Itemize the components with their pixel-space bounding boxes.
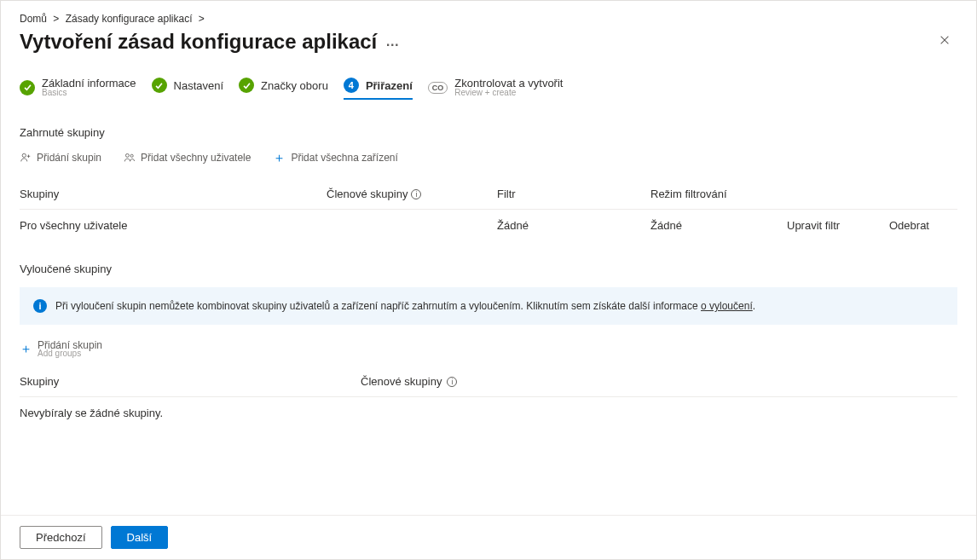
page-title-text: Vytvoření zásad konfigurace aplikací xyxy=(20,30,377,54)
add-groups-button[interactable]: Přidání skupin xyxy=(20,152,101,164)
step-settings-label: Nastavení xyxy=(174,79,224,92)
add-all-devices-label: Přidat všechna zařízení xyxy=(291,152,397,164)
col-members-label: Členové skupiny xyxy=(327,188,408,200)
table-row: Pro všechny uživatele Žádné Žádné Upravi… xyxy=(20,210,957,240)
col-groups[interactable]: Skupiny xyxy=(20,188,327,200)
included-toolbar: Přidání skupin Přidat všechny uživatele … xyxy=(20,151,957,164)
exclusion-info-msg: Při vyloučení skupin nemůžete kombinovat… xyxy=(55,300,701,312)
svg-point-6 xyxy=(130,154,133,157)
cell-filter: Žádné xyxy=(497,219,650,232)
included-groups-heading: Zahrnuté skupiny xyxy=(20,126,957,139)
plus-icon: ＋ xyxy=(273,151,286,164)
step-scope-tags[interactable]: Značky oboru xyxy=(239,78,328,98)
page-title: Vytvoření zásad konfigurace aplikací … xyxy=(20,30,400,54)
col-filter[interactable]: Filtr xyxy=(497,188,650,200)
user-add-icon xyxy=(20,152,32,164)
add-all-users-label: Přidat všechny uživatele xyxy=(141,152,251,164)
exclusion-info-link[interactable]: o vyloučení xyxy=(701,300,753,312)
excluded-groups-table: Skupiny Členové skupiny i Nevybíraly se … xyxy=(20,367,957,428)
step-number-icon: 4 xyxy=(344,78,359,93)
step-basics-sub: Basics xyxy=(42,88,136,97)
info-icon[interactable]: i xyxy=(447,377,457,387)
excluded-empty-text: Nevybíraly se žádné skupiny. xyxy=(20,407,361,419)
exclusion-info-banner: i Při vyloučení skupin nemůžete kombinov… xyxy=(20,287,957,325)
ex-col-groups[interactable]: Skupiny xyxy=(20,375,361,388)
ex-col-members[interactable]: Členové skupiny i xyxy=(361,375,582,388)
add-groups-label: Přidání skupin xyxy=(37,152,101,164)
add-all-users-button[interactable]: Přidat všechny uživatele xyxy=(124,152,251,164)
plus-icon: ＋ xyxy=(20,341,32,357)
breadcrumb: Domů > Zásady konfigurace aplikací > xyxy=(20,13,957,25)
check-icon xyxy=(239,78,254,93)
step-scope-tags-label: Značky oboru xyxy=(261,79,328,92)
excluded-add-groups-button[interactable]: ＋ Přidání skupin Add groups xyxy=(20,340,957,358)
cell-filter-mode: Žádné xyxy=(650,219,787,232)
step-assignments-label: Přiřazení xyxy=(366,79,413,92)
add-all-devices-button[interactable]: ＋ Přidat všechna zařízení xyxy=(273,151,397,164)
step-review-sub: Review + create xyxy=(454,88,563,97)
info-icon: i xyxy=(33,299,47,313)
next-button[interactable]: Další xyxy=(111,526,169,549)
breadcrumb-sep: > xyxy=(53,13,59,25)
more-icon[interactable]: … xyxy=(385,34,400,49)
included-groups-table: Skupiny Členové skupiny i Filtr Režim fi… xyxy=(20,179,957,240)
step-settings[interactable]: Nastavení xyxy=(152,78,224,98)
step-assignments[interactable]: 4 Přiřazení xyxy=(344,78,413,100)
excluded-add-groups-sub: Add groups xyxy=(38,349,102,358)
users-icon xyxy=(124,152,136,164)
info-icon[interactable]: i xyxy=(411,189,421,199)
svg-point-2 xyxy=(22,153,26,157)
step-review-create[interactable]: CO Zkontrolovat a vytvořit Review + crea… xyxy=(428,78,564,102)
step-basics[interactable]: Základní informace Basics xyxy=(20,78,136,102)
step-future-icon: CO xyxy=(428,82,448,94)
col-filter-mode[interactable]: Režim filtrování xyxy=(650,188,787,200)
exclusion-info-text: Při vyloučení skupin nemůžete kombinovat… xyxy=(55,300,755,312)
previous-button[interactable]: Předchozí xyxy=(20,526,102,549)
edit-filter-link[interactable]: Upravit filtr xyxy=(787,219,889,232)
svg-point-5 xyxy=(125,153,129,157)
col-members[interactable]: Členové skupiny i xyxy=(327,188,497,200)
breadcrumb-home[interactable]: Domů xyxy=(20,13,47,25)
wizard-footer: Předchozí Další xyxy=(1,515,976,559)
ex-col-members-label: Členové skupiny xyxy=(361,375,442,388)
close-icon[interactable] xyxy=(932,31,957,53)
check-icon xyxy=(152,78,167,93)
check-icon xyxy=(20,80,35,95)
wizard-stepper: Základní informace Basics Nastavení Znač… xyxy=(20,78,957,102)
cell-group-name: Pro všechny uživatele xyxy=(20,219,327,232)
breadcrumb-sep2: > xyxy=(199,13,205,25)
remove-link[interactable]: Odebrat xyxy=(889,219,957,232)
breadcrumb-policies[interactable]: Zásady konfigurace aplikací xyxy=(66,13,193,25)
excluded-groups-heading: Vyloučené skupiny xyxy=(20,263,957,275)
